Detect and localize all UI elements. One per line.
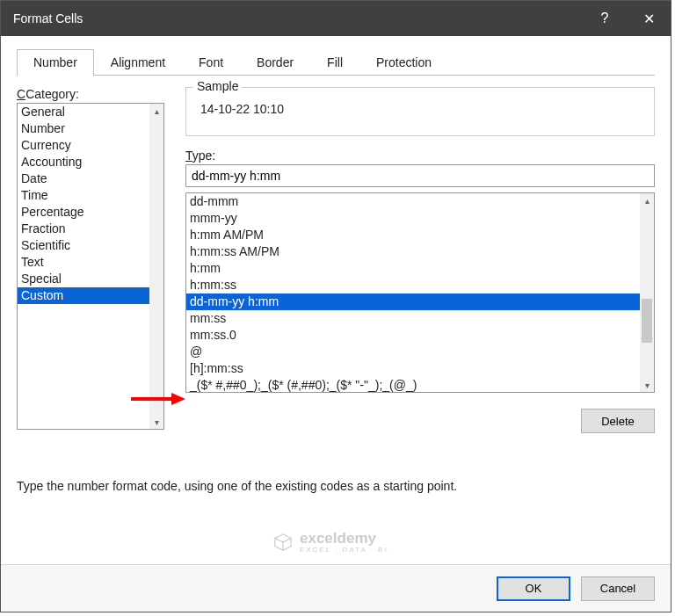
list-item[interactable]: Currency — [18, 137, 149, 154]
cube-icon — [273, 533, 293, 552]
list-item[interactable]: [h]:mm:ss — [186, 360, 640, 377]
tab-border[interactable]: Border — [240, 49, 310, 76]
format-listbox[interactable]: dd-mmm mmm-yy h:mm AM/PM h:mm:ss AM/PM h… — [185, 192, 655, 393]
scroll-thumb[interactable] — [642, 299, 652, 343]
sample-legend: Sample — [193, 79, 242, 93]
list-item[interactable]: Special — [18, 271, 149, 287]
branding-logo: exceldemy EXCEL · DATA · BI — [273, 530, 388, 554]
list-item[interactable]: h:mm:ss — [186, 277, 640, 294]
titlebar: Format Cells ? ✕ — [1, 1, 671, 36]
list-item[interactable]: Custom — [18, 287, 149, 304]
dialog-footer: OK Cancel — [1, 564, 671, 612]
branding-tagline: EXCEL · DATA · BI — [300, 546, 388, 554]
dialog-title: Format Cells — [13, 11, 583, 25]
list-item[interactable]: Scientific — [18, 237, 149, 254]
tab-fill[interactable]: Fill — [310, 49, 359, 76]
list-item[interactable]: h:mm AM/PM — [186, 227, 640, 243]
list-item[interactable]: Fraction — [18, 221, 149, 237]
list-item[interactable]: Date — [18, 170, 149, 187]
category-column: CCategory: General Number Currency Accou… — [17, 87, 164, 433]
details-column: Sample 14-10-22 10:10 Type: dd-mmm mmm-y… — [185, 87, 655, 433]
sample-value: 14-10-22 10:10 — [195, 102, 645, 116]
category-label: CCategory: — [17, 87, 164, 101]
scroll-up-icon[interactable]: ▴ — [640, 193, 654, 207]
content-area: CCategory: General Number Currency Accou… — [1, 76, 671, 564]
list-item[interactable]: mm:ss.0 — [186, 327, 640, 344]
scroll-up-icon[interactable]: ▴ — [149, 104, 163, 118]
close-button[interactable]: ✕ — [627, 1, 671, 36]
type-input[interactable] — [185, 164, 655, 187]
list-item[interactable]: General — [18, 104, 149, 120]
list-item[interactable]: Number — [18, 120, 149, 137]
list-item[interactable]: Text — [18, 254, 149, 271]
list-item[interactable]: dd-mm-yy h:mm — [186, 294, 640, 310]
cancel-button[interactable]: Cancel — [581, 576, 655, 601]
list-item[interactable]: Percentage — [18, 204, 149, 221]
sample-group: Sample 14-10-22 10:10 — [185, 87, 655, 136]
list-item[interactable]: mmm-yy — [186, 210, 640, 227]
tab-alignment[interactable]: Alignment — [94, 49, 182, 76]
scroll-down-icon[interactable]: ▾ — [149, 415, 163, 429]
tab-font[interactable]: Font — [182, 49, 240, 76]
delete-button[interactable]: Delete — [581, 409, 655, 433]
list-item[interactable]: Time — [18, 187, 149, 204]
tab-protection[interactable]: Protection — [359, 49, 448, 76]
hint-text: Type the number format code, using one o… — [17, 479, 655, 493]
help-button[interactable]: ? — [583, 1, 627, 36]
list-item[interactable]: h:mm — [186, 260, 640, 277]
list-item[interactable]: h:mm:ss AM/PM — [186, 243, 640, 260]
category-listbox[interactable]: General Number Currency Accounting Date … — [17, 103, 164, 430]
type-label: Type: — [185, 149, 655, 163]
format-cells-dialog: Format Cells ? ✕ Number Alignment Font B… — [0, 0, 671, 612]
scrollbar[interactable]: ▴ ▾ — [149, 104, 163, 429]
list-item[interactable]: mm:ss — [186, 310, 640, 327]
branding-name: exceldemy — [300, 530, 376, 547]
scrollbar[interactable]: ▴ ▾ — [640, 193, 654, 392]
ok-button[interactable]: OK — [497, 576, 570, 601]
scroll-down-icon[interactable]: ▾ — [640, 378, 654, 392]
list-item[interactable]: @ — [186, 344, 640, 360]
tab-number[interactable]: Number — [17, 49, 94, 76]
list-item[interactable]: _($* #,##0_);_($* (#,##0);_($* "-"_);_(@… — [186, 377, 640, 392]
tabstrip: Number Alignment Font Border Fill Protec… — [1, 36, 671, 76]
list-item[interactable]: dd-mmm — [186, 193, 640, 210]
list-item[interactable]: Accounting — [18, 154, 149, 170]
